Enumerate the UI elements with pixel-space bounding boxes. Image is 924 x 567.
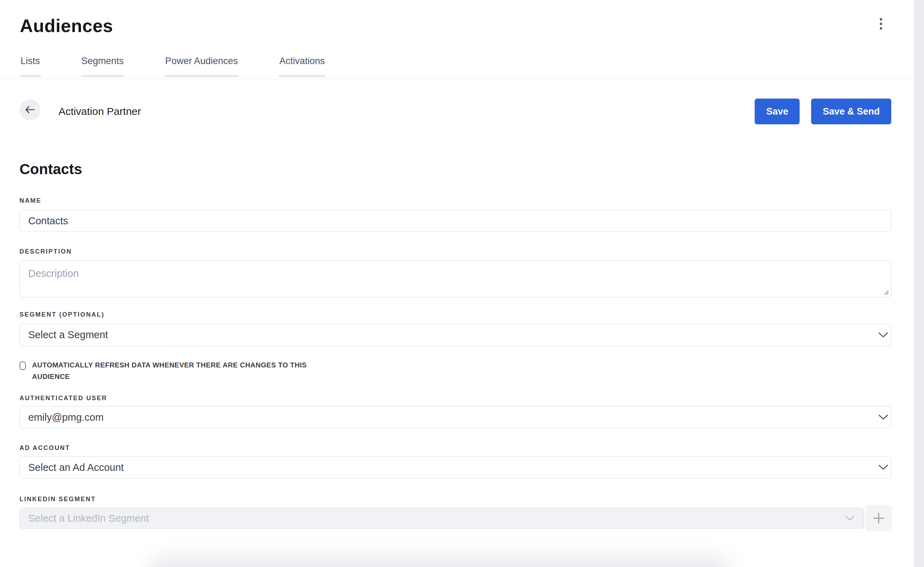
- chevron-down-icon: [878, 332, 888, 338]
- auto-refresh-label-line2: AUDIENCE: [32, 373, 70, 380]
- tab-segments[interactable]: Segments: [81, 56, 125, 77]
- kebab-menu-icon: [880, 27, 882, 30]
- linkedin-segment-label: LINKEDIN SEGMENT: [20, 496, 96, 503]
- save-button[interactable]: Save: [755, 99, 799, 124]
- section-heading: Contacts: [20, 161, 82, 178]
- tab-bar: Lists Segments Power Audiences Activatio…: [20, 56, 325, 77]
- authenticated-user-value: emily@pmg.com: [28, 412, 104, 423]
- description-label: DESCRIPTION: [20, 248, 72, 255]
- toolbar-actions: Save Save & Send: [755, 99, 891, 124]
- authenticated-user-select[interactable]: emily@pmg.com: [20, 406, 891, 428]
- linkedin-segment-placeholder: Select a LinkedIn Segment: [28, 513, 149, 524]
- chevron-down-icon: [845, 516, 855, 521]
- scrollbar-gutter: [914, 0, 924, 567]
- overflow-menu-button[interactable]: [873, 14, 888, 33]
- auto-refresh-row: AUTOMATICALLY REFRESH DATA WHENEVER THER…: [20, 359, 306, 382]
- toolbar-title: Activation Partner: [59, 99, 141, 124]
- header: Audiences Lists Segments Power Audiences…: [0, 0, 914, 80]
- ad-account-label: AD ACCOUNT: [20, 444, 70, 452]
- arrow-left-icon: [24, 105, 36, 114]
- add-linkedin-segment-button[interactable]: [865, 505, 892, 531]
- kebab-menu-icon: [880, 18, 882, 21]
- back-button[interactable]: [20, 99, 41, 120]
- tab-lists[interactable]: Lists: [20, 56, 41, 77]
- name-label: NAME: [20, 197, 42, 204]
- save-and-send-button[interactable]: Save & Send: [811, 99, 891, 124]
- ad-account-select[interactable]: Select an Ad Account: [20, 456, 891, 478]
- page-title: Audiences: [20, 15, 113, 36]
- chevron-down-icon: [878, 465, 888, 470]
- description-field: [20, 261, 891, 297]
- auto-refresh-checkbox[interactable]: [20, 362, 26, 370]
- segment-label: SEGMENT (OPTIONAL): [20, 311, 105, 318]
- plus-icon: [873, 512, 885, 525]
- ad-account-value: Select an Ad Account: [28, 462, 124, 473]
- auto-refresh-label[interactable]: AUTOMATICALLY REFRESH DATA WHENEVER THER…: [32, 359, 306, 382]
- tab-activations[interactable]: Activations: [279, 56, 326, 77]
- linkedin-segment-select: Select a LinkedIn Segment: [20, 508, 864, 529]
- toolbar: Activation Partner Save Save & Send: [20, 99, 891, 124]
- authenticated-user-label: AUTHENTICATED USER: [20, 394, 107, 402]
- description-textarea[interactable]: [20, 261, 891, 297]
- chevron-down-icon: [878, 414, 888, 420]
- segment-select-value: Select a Segment: [28, 329, 108, 340]
- auto-refresh-label-line1: AUTOMATICALLY REFRESH DATA WHENEVER THER…: [32, 361, 306, 369]
- kebab-menu-icon: [880, 22, 882, 25]
- name-input[interactable]: [20, 210, 891, 232]
- tab-power-audiences[interactable]: Power Audiences: [164, 56, 239, 77]
- resize-grip-icon[interactable]: [883, 289, 889, 296]
- segment-select[interactable]: Select a Segment: [20, 324, 891, 346]
- audiences-page: Audiences Lists Segments Power Audiences…: [0, 0, 924, 567]
